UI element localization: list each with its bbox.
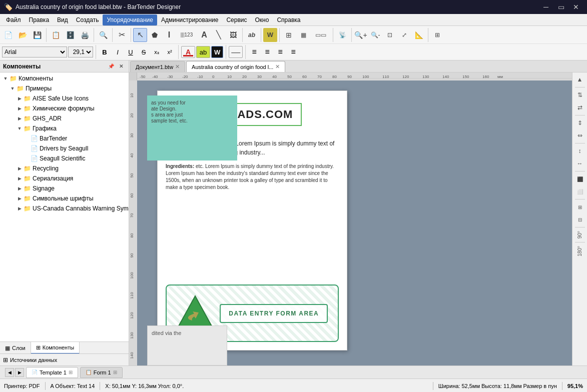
zoom-100[interactable]: ⤢ xyxy=(397,28,411,42)
menu-service[interactable]: Сервис xyxy=(222,14,251,26)
align-left-button[interactable]: ≡ xyxy=(248,46,260,58)
save-button[interactable]: 💾 xyxy=(30,28,44,42)
ruler-tool[interactable]: 📐 xyxy=(412,28,426,42)
rt-distribute-h[interactable]: ⇔ xyxy=(574,130,586,142)
tree-bartender[interactable]: ▶ 📄 BarTender xyxy=(0,134,129,144)
lasso-tool[interactable]: ⬟ xyxy=(148,28,162,42)
justify-button[interactable]: ≡ xyxy=(287,46,299,58)
menu-edit[interactable]: Правка xyxy=(25,14,54,26)
rt-size-v[interactable]: ↕ xyxy=(574,145,586,157)
database-button[interactable]: 🗄️ xyxy=(63,28,77,42)
maximize-button[interactable]: ▭ xyxy=(554,2,568,12)
rt-align-v[interactable]: ⇅ xyxy=(574,89,586,101)
rt-group[interactable]: ⊞ xyxy=(574,201,586,213)
menu-help[interactable]: Справка xyxy=(273,14,304,26)
canvas-viewport[interactable]: -50 -40 -30 -20 -10 0 10 20 30 40 50 xyxy=(129,72,572,366)
line-tool[interactable]: ╲ xyxy=(212,28,226,42)
menu-window[interactable]: Окно xyxy=(251,14,273,26)
table-tool[interactable]: ⊞ xyxy=(282,28,296,42)
rt-size-h[interactable]: ↔ xyxy=(574,158,586,170)
layers-tab[interactable]: ▦ Слои xyxy=(0,342,31,354)
font-color-button[interactable]: A xyxy=(181,46,195,58)
tree-serial[interactable]: ▶ 📁 Сериализация xyxy=(0,174,129,184)
form1-tab[interactable]: 📋 Form 1 ⊞ xyxy=(80,367,123,378)
new-button[interactable]: 📄 xyxy=(1,28,15,42)
image-tool[interactable]: 🖼 xyxy=(226,28,240,42)
tree-root[interactable]: ▼ 📁 Компоненты xyxy=(0,74,129,84)
panel-close-button[interactable]: ✕ xyxy=(117,62,126,71)
print-button[interactable]: 🖨️ xyxy=(78,28,92,42)
border-tool[interactable]: ▭▭ xyxy=(311,28,331,42)
doc-tab-1[interactable]: Документ1.btw ✕ xyxy=(130,61,185,72)
components-tab[interactable]: ⊞ Компоненты xyxy=(31,342,80,354)
italic-button[interactable]: I xyxy=(112,46,124,58)
menu-arrange[interactable]: Упорядочивание xyxy=(103,14,157,26)
rt-align-h[interactable]: ⇄ xyxy=(574,102,586,114)
barcode-tool[interactable]: |||123 xyxy=(177,28,197,42)
w-format-button[interactable]: W xyxy=(211,46,223,58)
open-button[interactable]: 📂 xyxy=(16,28,30,42)
grid-tool[interactable]: ▦ xyxy=(296,28,310,42)
menu-admin[interactable]: Администрирование xyxy=(157,14,222,26)
text-tool[interactable]: I xyxy=(162,28,176,42)
zoom-fit[interactable]: ⊡ xyxy=(383,28,397,42)
doc-tab-2[interactable]: Australia country of origin food l... ✕ xyxy=(186,61,285,72)
underline-button[interactable]: U xyxy=(125,46,137,58)
zoom-out[interactable]: 🔍- xyxy=(368,28,382,42)
align-center-button[interactable]: ≡ xyxy=(261,46,273,58)
cut-button[interactable]: ✂ xyxy=(115,28,129,42)
sep10 xyxy=(428,28,428,42)
data-sources-bar[interactable]: ⊞ Источники данных xyxy=(0,354,129,366)
svg-text:-10: -10 xyxy=(197,74,203,79)
close-button[interactable]: ✕ xyxy=(569,2,583,12)
main-toolbar: 📄 📂 💾 📋 🗄️ 🖨️ 🔍 ✂ ↖ ⬟ I |||123 A ╲ 🖼 ab … xyxy=(0,26,587,44)
menu-file[interactable]: Файл xyxy=(2,14,25,26)
menu-view[interactable]: Вид xyxy=(53,14,72,26)
tree-graphics[interactable]: ▼ 📁 Графика xyxy=(0,124,129,134)
menu-create[interactable]: Создать xyxy=(72,14,103,26)
tree-chemical[interactable]: ▶ 📁 Химические формулы xyxy=(0,104,129,114)
minimize-button[interactable]: ─ xyxy=(539,2,553,12)
highlight-color-button[interactable]: ab xyxy=(196,46,210,58)
data-sources-icon: ⊞ xyxy=(3,356,8,364)
highlight-btn[interactable]: W xyxy=(263,28,277,42)
close-doc1[interactable]: ✕ xyxy=(175,64,180,70)
align-right-button[interactable]: ≡ xyxy=(274,46,286,58)
line-btn[interactable]: — xyxy=(229,46,243,58)
rt-ungroup[interactable]: ⊟ xyxy=(574,214,586,226)
superscript-button[interactable]: x² xyxy=(164,46,176,58)
rt-distribute-v[interactable]: ⇕ xyxy=(574,117,586,129)
svg-rect-25 xyxy=(129,80,137,366)
tree-signage[interactable]: ▶ 📁 Signage xyxy=(0,184,129,194)
close-doc2[interactable]: ✕ xyxy=(275,64,280,70)
rt-order-back[interactable]: ⬜ xyxy=(574,186,586,198)
main-area: Компоненты 📌 ✕ ▼ 📁 Компоненты ▼ 📁 Пример… xyxy=(0,60,587,366)
tree-seagull[interactable]: ▶ 📄 Seagull Scientific xyxy=(0,154,129,164)
font-family-select[interactable]: Arial xyxy=(2,46,67,58)
tree-ghs[interactable]: ▶ 📁 GHS_ADR xyxy=(0,114,129,124)
text-object[interactable]: ab xyxy=(245,28,259,42)
template1-tab[interactable]: 📄 Template 1 ⊞ xyxy=(26,367,78,378)
tree-symbolic[interactable]: ▶ 📁 Символьные шрифты xyxy=(0,194,129,204)
bold-button[interactable]: B xyxy=(99,46,111,58)
tree-aise[interactable]: ▶ 📁 AISE Safe Use Icons xyxy=(0,94,129,104)
tab-scroll-right[interactable]: ▶ xyxy=(15,368,24,377)
print-preview-button[interactable]: 📋 xyxy=(49,28,63,42)
font-tool[interactable]: A xyxy=(197,28,211,42)
rt-scroll-up[interactable]: ▲ xyxy=(574,74,586,86)
tab-scroll-left[interactable]: ◀ xyxy=(5,368,14,377)
zoom-in[interactable]: 🔍+ xyxy=(354,28,368,42)
tree-uscanada[interactable]: ▶ 📁 US-Canada Cannabis Warning Symb... xyxy=(0,204,129,214)
font-size-select[interactable]: 29,1 xyxy=(68,46,93,58)
subscript-button[interactable]: x₂ xyxy=(151,46,163,58)
tree-recycling[interactable]: ▶ 📁 Recycling xyxy=(0,164,129,174)
tree-examples[interactable]: ▼ 📁 Примеры xyxy=(0,84,129,94)
rfid-tool[interactable]: 📡 xyxy=(335,28,349,42)
grid-view[interactable]: ⊞ xyxy=(430,28,444,42)
strikethrough-button[interactable]: S xyxy=(138,46,150,58)
rt-order-front[interactable]: ⬛ xyxy=(574,173,586,185)
panel-pin-button[interactable]: 📌 xyxy=(107,62,116,71)
select-tool[interactable]: ↖ xyxy=(133,28,147,42)
tree-drivers[interactable]: ▶ 📄 Drivers by Seagull xyxy=(0,144,129,154)
zoom-button[interactable]: 🔍 xyxy=(96,28,110,42)
